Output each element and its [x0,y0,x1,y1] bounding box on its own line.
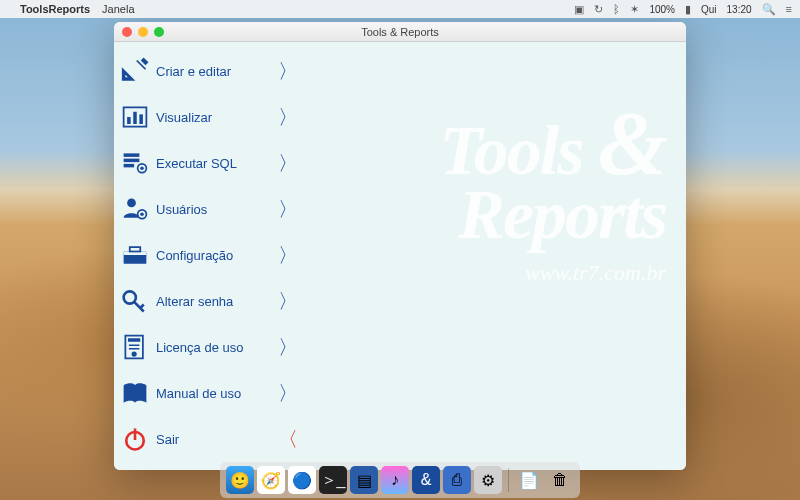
dock-terminal[interactable]: ＞_ [319,466,347,494]
chevron-right-icon: 〉 [278,150,298,177]
menu-label: Visualizar [156,110,212,125]
menu-item-alterar-senha[interactable]: Alterar senha 〉 [120,278,300,324]
svg-rect-6 [124,164,135,168]
teamviewer-icon[interactable]: ▣ [574,3,584,16]
menu-item-sair[interactable]: Sair 〈 [120,416,300,462]
chevron-right-icon: 〉 [278,242,298,269]
svg-rect-17 [128,338,140,342]
menubar-app-name[interactable]: ToolsReports [20,3,90,15]
power-icon [120,424,150,454]
menu-item-licenca[interactable]: Licença de uso 〉 [120,324,300,370]
key-icon [120,286,150,316]
sync-icon[interactable]: ↻ [594,3,603,16]
menu-list-icon[interactable]: ≡ [786,3,792,15]
macos-menubar: ToolsReports Janela ▣ ↻ ᛒ ✶ 100% ▮ Qui 1… [0,0,800,18]
dock-app1[interactable]: ▤ [350,466,378,494]
menu-label: Alterar senha [156,294,233,309]
svg-rect-5 [124,159,140,163]
database-gear-icon [120,148,150,178]
close-icon[interactable] [122,27,132,37]
menu-label: Configuração [156,248,233,263]
chevron-right-icon: 〉 [278,58,298,85]
menu-item-manual[interactable]: Manual de uso 〉 [120,370,300,416]
menu-item-criar[interactable]: Criar e editar 〉 [120,48,300,94]
main-menu: Criar e editar 〉 Visualizar 〉 Executar S… [120,48,300,462]
spotlight-icon[interactable]: 🔍 [762,3,776,16]
book-icon [120,378,150,408]
dock-toolsreports[interactable]: & [412,466,440,494]
dock-finder[interactable]: 🙂 [226,466,254,494]
menu-label: Usuários [156,202,207,217]
battery-icon[interactable]: ▮ [685,3,691,16]
battery-label[interactable]: 100% [649,4,675,15]
watermark: Tools & Reports www.tr7.com.br [439,92,666,286]
menu-label: Licença de uso [156,340,243,355]
design-tools-icon [120,56,150,86]
dock-app2[interactable]: ⎙ [443,466,471,494]
minimize-icon[interactable] [138,27,148,37]
menu-label: Criar e editar [156,64,231,79]
chevron-right-icon: 〉 [278,380,298,407]
chevron-right-icon: 〉 [278,288,298,315]
window-titlebar[interactable]: Tools & Reports [114,22,686,42]
svg-point-8 [140,167,144,171]
svg-point-20 [132,351,137,356]
svg-point-15 [124,291,136,303]
app-window: Tools & Reports Tools & Reports www.tr7.… [114,22,686,470]
dock-safari[interactable]: 🧭 [257,466,285,494]
bluetooth-icon[interactable]: ᛒ [613,3,620,15]
svg-point-11 [140,213,144,217]
menubar-day[interactable]: Qui [701,4,717,15]
menu-label: Sair [156,432,179,447]
window-title: Tools & Reports [114,26,686,38]
dock-separator [508,468,509,492]
dock-folder[interactable]: 📄 [515,466,543,494]
wifi-icon[interactable]: ✶ [630,3,639,16]
menu-item-usuarios[interactable]: Usuários 〉 [120,186,300,232]
menu-item-sql[interactable]: Executar SQL 〉 [120,140,300,186]
dock-settings[interactable]: ⚙ [474,466,502,494]
chevron-right-icon: 〉 [278,334,298,361]
dock-trash[interactable]: 🗑 [546,466,574,494]
toolbox-icon [120,240,150,270]
menu-label: Executar SQL [156,156,237,171]
chart-icon [120,102,150,132]
menubar-time[interactable]: 13:20 [727,4,752,15]
menu-item-visualizar[interactable]: Visualizar 〉 [120,94,300,140]
svg-point-9 [127,199,136,208]
svg-rect-1 [127,117,131,124]
user-gear-icon [120,194,150,224]
svg-rect-2 [133,112,137,124]
menu-item-config[interactable]: Configuração 〉 [120,232,300,278]
svg-rect-3 [139,114,143,124]
window-body: Tools & Reports www.tr7.com.br Criar e e… [114,42,686,470]
dock-teamviewer[interactable]: 🔵 [288,466,316,494]
menubar-menu-janela[interactable]: Janela [102,3,134,15]
svg-rect-14 [130,247,141,251]
svg-rect-4 [124,153,140,157]
macos-dock: 🙂 🧭 🔵 ＞_ ▤ ♪ & ⎙ ⚙ 📄 🗑 [220,462,580,498]
chevron-left-icon: 〈 [278,426,298,453]
menu-label: Manual de uso [156,386,241,401]
chevron-right-icon: 〉 [278,196,298,223]
license-icon [120,332,150,362]
dock-music[interactable]: ♪ [381,466,409,494]
maximize-icon[interactable] [154,27,164,37]
chevron-right-icon: 〉 [278,104,298,131]
